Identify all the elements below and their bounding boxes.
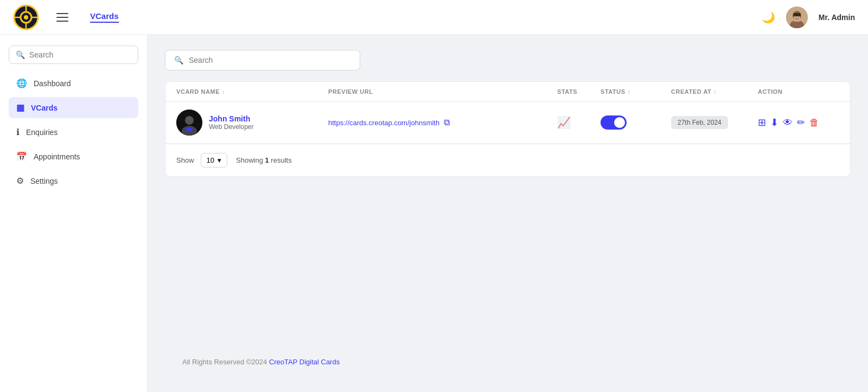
dark-mode-toggle[interactable]: 🌙 <box>762 11 775 24</box>
delete-button[interactable]: 🗑 <box>809 117 819 128</box>
th-stats: STATS <box>557 88 601 95</box>
main-search-input[interactable] <box>189 56 351 65</box>
vcard-name-cell: John Smith Web Developer <box>176 110 328 136</box>
layout: 🔍 🌐 Dashboard ▦ VCards ℹ Enquiries 📅 App… <box>0 35 868 392</box>
sidebar-item-label: Appointments <box>34 152 80 161</box>
sidebar-item-settings[interactable]: ⚙ Settings <box>9 170 138 191</box>
topnav: VCards 🌙 Mr. Admin <box>0 0 868 35</box>
svg-rect-13 <box>793 13 801 16</box>
preview-url-link[interactable]: https://cards.creotap.com/johnsmith <box>328 119 439 127</box>
sidebar-search-input[interactable] <box>29 50 131 59</box>
enquiries-icon: ℹ <box>16 127 20 137</box>
logo[interactable] <box>13 4 39 30</box>
topnav-title-area: VCards <box>90 11 119 23</box>
sidebar-item-label: Settings <box>30 177 58 185</box>
avatar[interactable] <box>786 7 808 28</box>
copy-url-icon[interactable]: ⧉ <box>444 118 450 127</box>
th-action: ACTION <box>758 88 839 95</box>
vcard-person-role: Web Developer <box>209 123 254 131</box>
sort-icon-created[interactable]: ↕ <box>713 89 717 95</box>
pagination-row: Show 10 ▾ Showing 1 results <box>165 144 850 176</box>
th-status: STATUS ↕ <box>601 88 671 95</box>
appointments-icon: 📅 <box>16 151 27 162</box>
show-select[interactable]: 10 ▾ <box>201 153 227 168</box>
download-button[interactable]: ⬇ <box>770 117 778 128</box>
settings-icon: ⚙ <box>16 176 24 186</box>
page-title: VCards <box>90 11 119 23</box>
th-preview-url: PREVIEW URL <box>328 88 557 95</box>
footer-text: All Rights Reserved ©2024 <box>182 358 269 366</box>
footer: All Rights Reserved ©2024 CreoTAP Digita… <box>165 347 851 377</box>
sidebar-search-icon: 🔍 <box>16 50 25 59</box>
date-badge: 27th Feb, 2024 <box>671 116 728 129</box>
sidebar-item-label: Enquiries <box>26 128 58 137</box>
sidebar: 🔍 🌐 Dashboard ▦ VCards ℹ Enquiries 📅 App… <box>0 35 148 392</box>
preview-url-cell: https://cards.creotap.com/johnsmith ⧉ <box>328 118 557 127</box>
sidebar-item-dashboard[interactable]: 🌐 Dashboard <box>9 73 138 94</box>
status-toggle[interactable] <box>601 115 627 130</box>
svg-point-15 <box>185 116 194 125</box>
sidebar-item-label: VCards <box>31 104 58 112</box>
dashboard-icon: 🌐 <box>16 78 27 88</box>
sidebar-search-container[interactable]: 🔍 <box>9 46 138 64</box>
sort-icon-name[interactable]: ↕ <box>222 89 225 95</box>
sidebar-item-label: Dashboard <box>34 79 71 88</box>
main-search-icon: 🔍 <box>174 56 183 65</box>
table-row: John Smith Web Developer https://cards.c… <box>165 102 850 144</box>
topnav-right: 🌙 Mr. Admin <box>762 7 855 28</box>
show-value: 10 <box>207 156 214 164</box>
table-header: VCARD NAME ↕ PREVIEW URL STATS STATUS ↕ … <box>165 82 850 102</box>
view-button[interactable]: 👁 <box>783 117 793 128</box>
vcard-avatar <box>176 110 202 136</box>
showing-text: Showing 1 results <box>236 156 292 164</box>
show-select-chevron: ▾ <box>218 156 221 164</box>
hamburger-menu[interactable] <box>56 13 68 22</box>
action-cell: ⊞ ⬇ 👁 ✏ 🗑 <box>758 117 839 128</box>
main-content: 🔍 VCARD NAME ↕ PREVIEW URL STATS STATUS … <box>148 35 868 392</box>
vcards-icon: ▦ <box>16 102 24 113</box>
edit-button[interactable]: ✏ <box>797 117 805 128</box>
svg-rect-18 <box>186 130 193 131</box>
th-created-at: CREATED AT ↕ <box>671 88 758 95</box>
svg-rect-17 <box>186 128 193 130</box>
svg-point-2 <box>24 15 28 20</box>
sidebar-item-vcards[interactable]: ▦ VCards <box>9 97 138 118</box>
show-label: Show <box>176 156 194 164</box>
vcard-info: John Smith Web Developer <box>209 114 254 131</box>
created-at-cell: 27th Feb, 2024 <box>671 116 758 129</box>
main-search-container[interactable]: 🔍 <box>165 50 360 70</box>
admin-name: Mr. Admin <box>819 13 855 22</box>
stats-cell: 📈 <box>557 116 601 129</box>
status-cell <box>601 115 671 130</box>
th-vcard-name: VCARD NAME ↕ <box>176 88 328 95</box>
vcard-person-name[interactable]: John Smith <box>209 114 254 123</box>
sidebar-item-appointments[interactable]: 📅 Appointments <box>9 146 138 167</box>
footer-link[interactable]: CreoTAP Digital Cards <box>269 358 340 366</box>
sort-icon-status[interactable]: ↕ <box>628 89 631 95</box>
qr-code-button[interactable]: ⊞ <box>758 117 766 128</box>
sidebar-item-enquiries[interactable]: ℹ Enquiries <box>9 121 138 143</box>
vcards-table: VCARD NAME ↕ PREVIEW URL STATS STATUS ↕ … <box>165 81 851 177</box>
stats-chart-icon[interactable]: 📈 <box>557 116 571 129</box>
